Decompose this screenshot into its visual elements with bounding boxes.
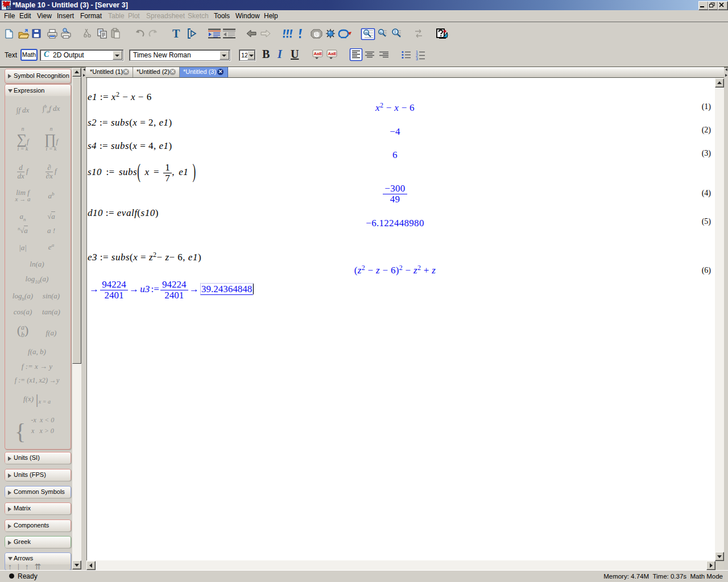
svg-text:1: 1 xyxy=(394,30,396,35)
svg-text:AaE: AaE xyxy=(314,51,323,56)
svg-text:AaE: AaE xyxy=(328,51,337,56)
svg-text:10: 10 xyxy=(7,6,11,10)
svg-text:n: n xyxy=(380,30,382,35)
svg-text:T: T xyxy=(172,27,180,40)
svg-text:3: 3 xyxy=(416,57,418,61)
